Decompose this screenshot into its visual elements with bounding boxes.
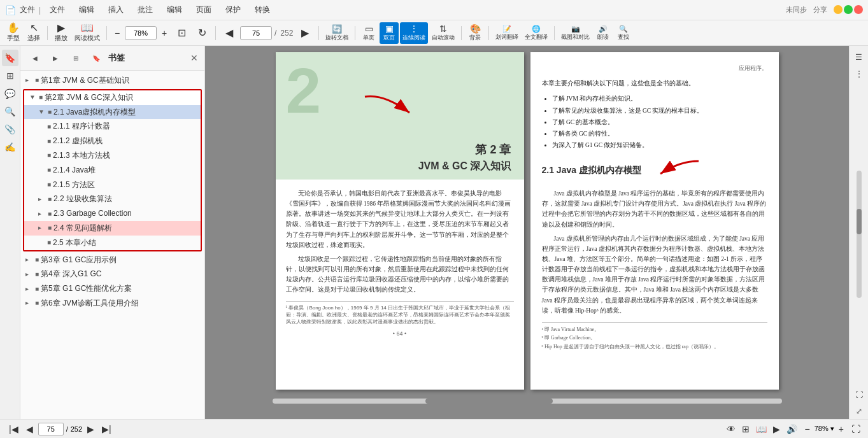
toc-item-ch6[interactable]: ▸ ■ 第6章 JVM诊断工具使用介绍 bbox=[20, 296, 204, 311]
sidebar-close-button[interactable]: ✕ bbox=[190, 53, 198, 63]
vertical-scrollbar[interactable] bbox=[857, 171, 862, 298]
fit-button[interactable]: ⤢ bbox=[851, 404, 867, 419]
bottom-eye-button[interactable]: 👁 bbox=[725, 423, 737, 435]
ch4-arrow-icon: ▸ bbox=[25, 270, 33, 279]
title-bar: 📄 文件 | 文件 编辑 插入 批注 编辑 页面 保护 转换 未同步 分享 bbox=[0, 0, 868, 20]
expand-button[interactable]: ⛶ bbox=[851, 387, 867, 402]
pdf-pages: 2 第 2 章 bbox=[276, 52, 779, 390]
auto-scroll-button[interactable]: ⇅ 自动滚动 bbox=[429, 22, 457, 44]
sidebar-forward-button[interactable]: ▶ bbox=[47, 50, 64, 66]
bottom-first-page-button[interactable]: |◀ bbox=[6, 423, 21, 435]
toc-item-s2-1-4[interactable]: ■ 2.1.4 Java堆 bbox=[24, 163, 201, 178]
bottom-last-page-button[interactable]: ▶| bbox=[99, 423, 114, 435]
continuous-button[interactable]: ⋮ 连续阅读 bbox=[400, 22, 428, 44]
cursor-icon: ↖ bbox=[30, 23, 38, 33]
thumbnail-panel-button[interactable]: ⊞ bbox=[2, 67, 18, 84]
full-translate-button[interactable]: 🌐 全文翻译 bbox=[522, 22, 550, 44]
close-button[interactable] bbox=[854, 5, 863, 14]
full-translate-label: 全文翻译 bbox=[525, 33, 548, 41]
sidebar-option2-button[interactable]: 🔖 bbox=[88, 50, 104, 66]
maximize-button[interactable] bbox=[844, 5, 853, 14]
word-translate-button[interactable]: 📝 划词翻译 bbox=[493, 22, 521, 44]
bottom-book-button[interactable]: 📖 bbox=[755, 423, 768, 435]
toc-item-ch1[interactable]: ▸ ■ 第1章 JVM & GC基础知识 bbox=[20, 73, 204, 88]
toc-item-s2-4[interactable]: ▸ ■ 2.4 常见问题解析 bbox=[24, 221, 201, 236]
signature-panel-button[interactable]: ✍ bbox=[2, 139, 18, 155]
attachment-panel-button[interactable]: 📎 bbox=[2, 121, 18, 138]
s2-1-bullet-icon: ■ bbox=[48, 108, 52, 117]
bottom-zoom-in-button[interactable]: + bbox=[836, 423, 846, 435]
menu-edit1[interactable]: 编辑 bbox=[74, 3, 99, 17]
toc-item-s2-1-3[interactable]: ■ 2.1.3 本地方法栈 bbox=[24, 148, 201, 163]
bottom-prev-page-button[interactable]: ◀ bbox=[24, 423, 36, 435]
share-icon[interactable]: 分享 bbox=[813, 5, 827, 15]
sidebar-option1-button[interactable]: ⊞ bbox=[68, 50, 84, 66]
zoom-in-button[interactable]: + bbox=[158, 22, 171, 44]
s2-3-bullet-icon: ■ bbox=[48, 209, 52, 218]
toc-item-s2-1-2[interactable]: ■ 2.1.2 虚拟机栈 bbox=[24, 134, 201, 148]
double-page-button[interactable]: ▣ 双页 bbox=[380, 22, 399, 44]
bg-button[interactable]: 🎨 背景 bbox=[466, 22, 485, 44]
toc-item-s2-5[interactable]: ■ 2.5 本章小结 bbox=[24, 236, 201, 250]
bookmark-panel-button[interactable]: 🔖 bbox=[2, 50, 18, 66]
minimize-button[interactable] bbox=[834, 5, 843, 14]
toc-item-s2-1-5[interactable]: ■ 2.1.5 方法区 bbox=[24, 178, 201, 192]
ch5-bullet-icon: ■ bbox=[35, 285, 39, 293]
toc-item-s2-2[interactable]: ▸ ■ 2.2 垃圾收集算法 bbox=[24, 192, 201, 206]
prev-page-button[interactable]: ◀ bbox=[220, 22, 239, 44]
search-button[interactable]: 🔍 查找 bbox=[614, 22, 633, 44]
toc-item-s2-1[interactable]: ▼ ■ 2.1 Java虚拟机内存模型 bbox=[24, 105, 201, 120]
left-body-text-1: 无论你是否承认，韩国电影目前代表了亚洲最高水平。奉俊昊执导的电影《雪国列车》，改… bbox=[286, 188, 514, 250]
toc-item-ch3[interactable]: ▸ ■ 第3章 G1 GC应用示例 bbox=[20, 253, 204, 267]
sidebar-back-button[interactable]: ◀ bbox=[27, 50, 43, 66]
zoom-out-button[interactable]: − bbox=[111, 22, 124, 44]
play-button[interactable]: ▶ 播放 bbox=[52, 22, 71, 44]
menu-file[interactable]: 文件 bbox=[45, 3, 70, 17]
bottom-page-input[interactable] bbox=[38, 423, 64, 435]
sync-icon[interactable]: 未同步 bbox=[786, 5, 807, 15]
right-option-2-button[interactable]: ⋮ bbox=[851, 66, 867, 81]
menu-convert[interactable]: 转换 bbox=[250, 3, 275, 17]
next-page-button[interactable]: ▶ bbox=[295, 22, 315, 44]
zoom-input[interactable] bbox=[125, 26, 157, 40]
single-page-button[interactable]: ▭ 单页 bbox=[359, 22, 378, 44]
screenshot-button[interactable]: 📷 截图和对比 bbox=[559, 22, 592, 44]
hand-tool-button[interactable]: ✋ 手型 bbox=[4, 22, 23, 44]
footnote-text: ¹ 奉俊昊（Bong Joon ho），1969 年 9 月 14 日出生于韩国… bbox=[286, 304, 514, 325]
ch4-label: 第4章 深入G1 GC bbox=[41, 269, 101, 279]
bullet-5: 为深入了解 G1 GC 做好知识储备。 bbox=[552, 140, 767, 150]
menu-page[interactable]: 页面 bbox=[191, 3, 217, 17]
horizontal-scrollbar[interactable] bbox=[273, 399, 782, 404]
read-mode-button[interactable]: 📖 阅读模式 bbox=[72, 22, 103, 44]
bottom-speaker-button[interactable]: 🔊 bbox=[785, 423, 799, 435]
file-menu[interactable]: 文件 bbox=[20, 4, 35, 15]
rotate-doc-button[interactable]: 🔄旋转文档 bbox=[323, 22, 351, 44]
read-aloud-button[interactable]: 🔊 朗读 bbox=[594, 22, 613, 44]
toolbar: ✋ 手型 ↖ 选择 ▶ 播放 📖 阅读模式 − + ⊡ ↻ ◀ / 252 ▶ … bbox=[0, 20, 868, 46]
search-panel-button[interactable]: 🔍 bbox=[2, 103, 18, 120]
bottom-zoom-out-button[interactable]: − bbox=[802, 423, 813, 435]
menu-annotate[interactable]: 批注 bbox=[132, 3, 158, 17]
bottom-next-page-button[interactable]: ▶ bbox=[85, 423, 97, 435]
toc-item-s2-1-1[interactable]: ■ 2.1.1 程序计数器 bbox=[24, 119, 201, 134]
single-icon: ▭ bbox=[365, 24, 373, 34]
right-option-1-button[interactable]: ☰ bbox=[851, 50, 867, 65]
page-separator: / bbox=[274, 29, 276, 38]
ch3-label: 第3章 G1 GC应用示例 bbox=[41, 255, 117, 265]
menu-edit2[interactable]: 编辑 bbox=[162, 3, 187, 17]
toc-item-s2-3[interactable]: ▸ ■ 2.3 Garbage Collection bbox=[24, 206, 201, 221]
menu-protect[interactable]: 保护 bbox=[220, 3, 246, 17]
annotation-panel-button[interactable]: 💬 bbox=[2, 85, 18, 102]
menu-insert[interactable]: 插入 bbox=[103, 3, 129, 17]
zoom-fit-button[interactable]: ⊡ bbox=[172, 22, 191, 44]
bottom-grid-button[interactable]: ⊞ bbox=[741, 423, 751, 435]
select-tool-button[interactable]: ↖ 选择 bbox=[24, 22, 43, 44]
toc-item-ch2[interactable]: ▼ ■ 第2章 JVM & GC深入知识 bbox=[24, 90, 201, 105]
toc-item-ch5[interactable]: ▸ ■ 第5章 G1 GC性能优化方案 bbox=[20, 281, 204, 296]
bottom-tools: 👁 ⊞ 📖 ▶ 🔊 − 78% ▾ + ⛶ bbox=[725, 423, 862, 435]
bottom-expand-button[interactable]: ⛶ bbox=[850, 423, 862, 435]
bottom-play-button[interactable]: ▶ bbox=[772, 423, 781, 435]
rotate-button[interactable]: ↻ bbox=[192, 22, 211, 44]
toc-item-ch4[interactable]: ▸ ■ 第4章 深入G1 GC bbox=[20, 267, 204, 281]
page-input[interactable] bbox=[240, 26, 272, 40]
